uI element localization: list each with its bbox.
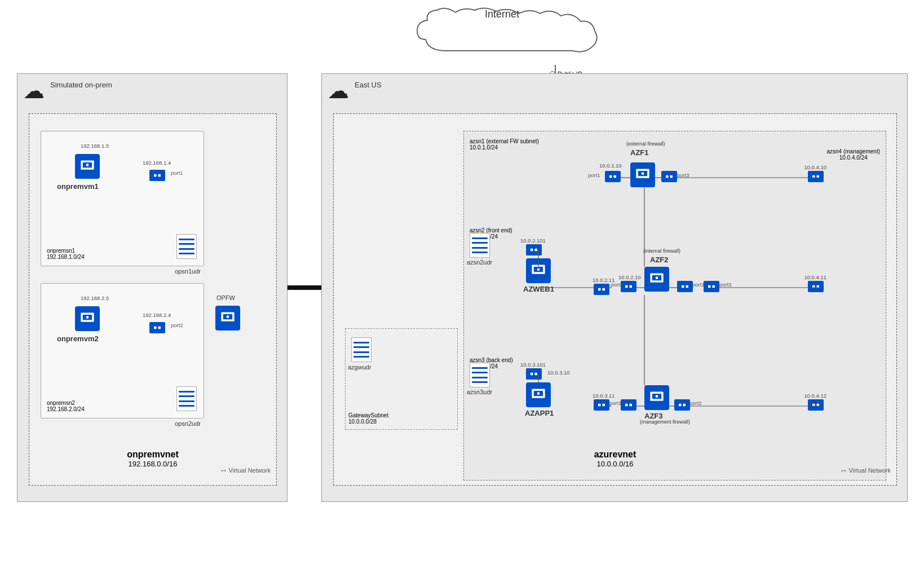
- opfw-label: OPFW: [216, 294, 235, 301]
- nic1-ip-label: 192.168.1.4: [143, 160, 171, 166]
- azweb1-nic-lower: [594, 284, 609, 295]
- azapp1-vm-icon[interactable]: [526, 382, 551, 407]
- azure-vnet-box: azgwudr GatewaySubnet 10.0.0.0/28: [333, 113, 897, 486]
- svg-point-63: [537, 268, 540, 271]
- onprem-region-label: Simulated on-prem: [50, 81, 112, 90]
- opfw-vm-icon[interactable]: [215, 306, 240, 331]
- azf1-nic-port3: [661, 171, 677, 182]
- azure-cloud-icon: ☁: [328, 78, 349, 103]
- svg-rect-86: [598, 404, 601, 407]
- onprem-vnet-box: 192.168.1.5 onpremvm1 192.168.1.4 port1 …: [29, 113, 277, 486]
- azf3-vm-icon[interactable]: [644, 385, 669, 410]
- azf1-nic-port1: [605, 171, 621, 182]
- svg-rect-78: [713, 285, 715, 288]
- azapp1-nic-upper: [526, 368, 542, 380]
- onprem-vm2-icon[interactable]: [75, 306, 100, 331]
- svg-rect-57: [670, 175, 673, 178]
- azf1-desc: (external firewall): [626, 141, 665, 147]
- svg-rect-76: [706, 284, 717, 289]
- azf2-port2-label: port2: [611, 281, 623, 288]
- svg-rect-101: [812, 285, 815, 288]
- svg-point-38: [86, 316, 89, 319]
- azsn2udr-icon: [470, 233, 490, 258]
- azf3-nic-right: [808, 399, 824, 411]
- svg-rect-34: [154, 174, 157, 177]
- svg-rect-105: [817, 404, 820, 407]
- svg-rect-102: [817, 285, 820, 288]
- azweb1-ip1: 10.0.2.101: [520, 237, 546, 244]
- onprem-port2-label: port2: [171, 322, 183, 328]
- onprem-nic1-icon: [149, 170, 165, 181]
- svg-point-44: [227, 315, 229, 318]
- onprem-vnet-name: onpremvnet: [127, 450, 179, 460]
- azweb1-label: AZWEB1: [523, 285, 554, 293]
- gateway-subnet-box: azgwudr GatewaySubnet 10.0.0.0/28: [345, 328, 458, 430]
- azf2-desc: (internal firewall): [643, 248, 680, 254]
- onprem-subnet2-box: 192.168.2.5 onpremvm2 192.168.2.4 port2 …: [41, 283, 204, 418]
- azf2-ip-port2-in: 10.0.2.10: [618, 274, 641, 280]
- onprem-vnet-label: onpremvnet 192.168.0.0/16: [127, 450, 179, 468]
- svg-rect-69: [630, 285, 633, 288]
- svg-rect-68: [625, 285, 628, 288]
- onprem-vm1-icon[interactable]: [75, 154, 100, 179]
- onprem-nic2-icon: [149, 322, 165, 333]
- svg-rect-40: [154, 327, 157, 329]
- svg-rect-67: [624, 284, 634, 289]
- azf1-port1-label: port1: [588, 172, 600, 178]
- svg-rect-90: [630, 404, 633, 407]
- vm2-ip-label: 192.168.2.5: [81, 295, 109, 301]
- azgwudr-label: azgwudr: [348, 364, 372, 371]
- svg-rect-80: [530, 373, 533, 376]
- azf2-nic-port1: [677, 281, 693, 292]
- vm1-ip-label: 192.168.1.5: [81, 143, 109, 149]
- onprem-cloud-icon: ☁: [23, 78, 45, 103]
- azsn4-label: azsn4 (management) 10.0.4.0/24: [827, 148, 881, 161]
- svg-rect-88: [624, 403, 634, 408]
- azf2-ip-right: 10.0.4.11: [804, 274, 826, 280]
- svg-rect-60: [535, 249, 538, 252]
- svg-rect-39: [152, 325, 162, 331]
- svg-rect-79: [529, 372, 539, 377]
- azf2-label: AZF2: [650, 255, 669, 264]
- gateway-subnet-label: GatewaySubnet 10.0.0.0/28: [348, 412, 388, 425]
- azweb1-vm-icon[interactable]: [526, 258, 551, 283]
- svg-point-93: [656, 395, 658, 398]
- azf1-nic-right: [808, 171, 824, 182]
- azweb1-nic-upper: [526, 244, 542, 255]
- svg-rect-94: [677, 403, 687, 408]
- diagram-container: Internet Public IP ☁ Simulated on-prem 1…: [0, 0, 924, 564]
- azure-vnet-tag-label: Virtual Network: [849, 467, 891, 474]
- azf2-port3-label: port3: [719, 281, 732, 288]
- region-azure: ☁ East US azgwudr GatewaySubnet: [321, 73, 908, 502]
- onprem-vm2-label: onpremvm2: [57, 334, 99, 343]
- svg-rect-99: [817, 175, 820, 178]
- onprem-vm1-label: onpremvm1: [57, 182, 99, 191]
- azf1-label: AZF1: [630, 148, 649, 157]
- onprem-vnet-tag-label: Virtual Network: [229, 467, 271, 474]
- azf3-nic-port2: [674, 399, 690, 411]
- svg-rect-33: [152, 173, 162, 178]
- azsn3udr-icon: [470, 363, 490, 387]
- azure-vnet-tag: ↔ Virtual Network: [840, 466, 891, 475]
- firewall-main-box: azsn1 (external FW subnet) 10.0.1.0/24 1…: [463, 131, 886, 481]
- azf3-nic-port1: [621, 399, 636, 411]
- azf2-vm-icon[interactable]: [644, 267, 669, 292]
- svg-rect-64: [596, 287, 607, 292]
- svg-rect-77: [708, 285, 711, 288]
- svg-point-72: [656, 276, 658, 279]
- svg-rect-89: [625, 404, 628, 407]
- svg-rect-58: [529, 248, 539, 253]
- azsn3udr-label: azsn3udr: [467, 389, 492, 395]
- onprem-subnet2-label: onpremsn2 192.168.2.0/24: [47, 400, 85, 412]
- azapp1-label: AZAPP1: [525, 409, 554, 417]
- svg-rect-96: [683, 404, 686, 407]
- svg-rect-35: [158, 174, 161, 177]
- region-onprem: ☁ Simulated on-prem 192.168.1.5 onpremvm…: [17, 73, 288, 502]
- azf1-vm-icon[interactable]: [630, 162, 655, 187]
- azf2-nic-right: [808, 281, 824, 292]
- svg-rect-73: [680, 284, 690, 289]
- azapp1-ip1: 10.0.3.101: [520, 362, 546, 368]
- svg-rect-55: [664, 174, 674, 179]
- azf1-ip1: 10.0.1.10: [599, 162, 622, 169]
- svg-rect-85: [596, 403, 607, 408]
